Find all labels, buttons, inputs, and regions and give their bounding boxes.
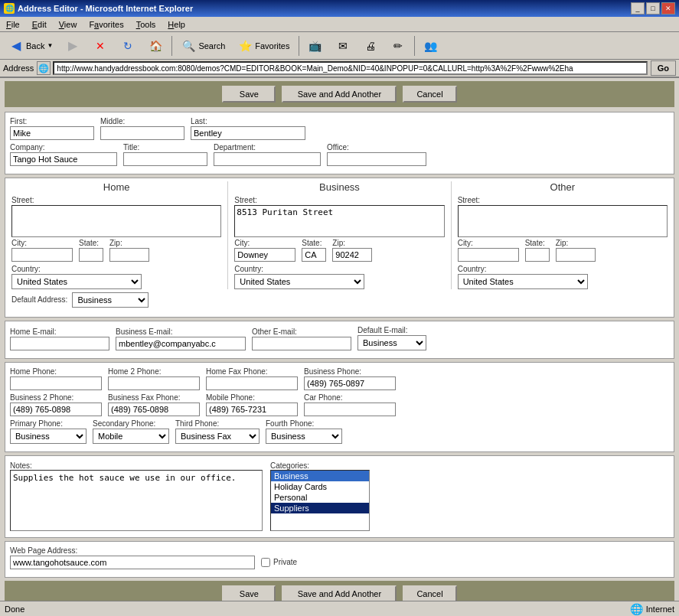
top-save-add-button[interactable]: Save and Add Another	[282, 86, 397, 103]
window-title: Address Editor - Microsoft Internet Expl…	[18, 4, 193, 13]
middle-name-input[interactable]	[100, 126, 184, 140]
other-street-group: Street:	[458, 196, 668, 237]
business-phone-label: Business Phone:	[304, 367, 396, 376]
category-item-business[interactable]: Business	[271, 471, 369, 481]
business-zip-input[interactable]	[332, 248, 372, 262]
other-city-input[interactable]	[458, 248, 519, 262]
third-phone-select[interactable]: Home Business Mobile Business Fax	[175, 429, 260, 444]
fourth-phone-select[interactable]: Home Business Mobile	[266, 429, 342, 444]
last-name-input[interactable]	[191, 126, 305, 140]
menu-favorites[interactable]: Favorites	[86, 19, 126, 30]
business-street-input[interactable]: 8513 Puritan Street	[234, 205, 444, 237]
menu-file[interactable]: File	[3, 19, 23, 30]
default-email-label: Default E-mail:	[357, 326, 426, 334]
mail-button[interactable]: ✉	[330, 34, 356, 57]
print-button[interactable]: 🖨	[357, 34, 384, 57]
private-label: Private	[273, 558, 297, 566]
primary-phone-select[interactable]: Home Business Mobile	[10, 429, 87, 444]
home-street-input[interactable]	[11, 205, 221, 237]
maximize-button[interactable]: □	[646, 2, 660, 15]
home-email-input[interactable]	[10, 337, 109, 350]
home-email-label: Home E-mail:	[10, 328, 109, 336]
default-email-select[interactable]: Home Business Other	[357, 335, 426, 350]
go-button[interactable]: Go	[651, 60, 676, 76]
address-label: Address	[3, 64, 34, 73]
home-street-group: Street:	[11, 196, 221, 237]
home-address-col: Home Street: City: State: Zip:	[5, 181, 228, 289]
home-city-input[interactable]	[11, 248, 73, 262]
notes-input[interactable]: Supplies the hot sauce we use in our off…	[10, 470, 263, 531]
home-phone-input[interactable]	[10, 376, 102, 390]
stop-button[interactable]: ✕	[87, 34, 113, 57]
home-country-select[interactable]: United States Canada United Kingdom	[11, 274, 142, 289]
company-input[interactable]	[10, 152, 117, 166]
office-group: Office:	[327, 143, 426, 166]
search-button[interactable]: 🔍 Search	[175, 34, 230, 57]
other-zip-label: Zip:	[556, 239, 596, 247]
home-state-input[interactable]	[79, 248, 103, 262]
menu-edit[interactable]: Edit	[29, 19, 50, 30]
business-state-input[interactable]	[302, 248, 326, 262]
first-name-group: First:	[10, 117, 94, 140]
top-save-button[interactable]: Save	[222, 86, 276, 103]
minimize-button[interactable]: _	[631, 2, 645, 15]
other-city-label: City:	[458, 239, 519, 247]
car-phone-input[interactable]	[304, 403, 396, 416]
home-fax-input[interactable]	[206, 376, 298, 390]
bottom-save-button[interactable]: Save	[222, 585, 276, 601]
menu-tools[interactable]: Tools	[133, 19, 159, 30]
forward-button[interactable]: ▶	[60, 34, 86, 57]
other-email-label: Other E-mail:	[252, 328, 351, 336]
title-input[interactable]	[123, 152, 207, 166]
business-country-label: Country:	[234, 265, 444, 273]
menu-help[interactable]: Help	[165, 19, 188, 30]
other-zip-input[interactable]	[556, 248, 596, 262]
business2-phone-input[interactable]	[10, 403, 102, 416]
category-item-suppliers[interactable]: Suppliers	[271, 503, 369, 513]
messenger-button[interactable]: 👥	[418, 34, 444, 57]
other-country-select[interactable]: United States Canada	[458, 274, 588, 289]
categories-group: Categories: Business Holiday Cards Perso…	[270, 461, 370, 533]
business2-phone-label: Business 2 Phone:	[10, 393, 102, 402]
private-checkbox[interactable]	[261, 558, 270, 567]
home-zip-group: Zip:	[109, 239, 149, 262]
business-email-input[interactable]	[116, 337, 246, 350]
last-label: Last:	[191, 117, 305, 125]
favorites-button[interactable]: ⭐ Favorites	[232, 34, 295, 57]
bottom-save-add-button[interactable]: Save and Add Another	[282, 585, 397, 601]
business-fax-input[interactable]	[108, 403, 200, 416]
business-country-select[interactable]: United States Canada	[234, 274, 364, 289]
menu-view[interactable]: View	[56, 19, 80, 30]
address-input[interactable]	[53, 61, 647, 75]
top-cancel-button[interactable]: Cancel	[403, 86, 456, 103]
business-phone-input[interactable]	[304, 376, 396, 390]
office-label: Office:	[327, 143, 426, 152]
close-button[interactable]: ✕	[661, 2, 675, 15]
webpage-input[interactable]	[10, 556, 255, 569]
refresh-button[interactable]: ↻	[115, 34, 141, 57]
other-state-input[interactable]	[525, 248, 550, 262]
edit-button[interactable]: ✏	[385, 34, 411, 57]
other-header: Other	[458, 181, 668, 193]
category-item-personal[interactable]: Personal	[271, 492, 369, 503]
history-button[interactable]: 📺	[302, 34, 328, 57]
business-fax-label: Business Fax Phone:	[108, 393, 200, 402]
secondary-phone-select[interactable]: Home Business Mobile	[93, 429, 169, 444]
mobile-phone-input[interactable]	[206, 403, 298, 416]
default-address-select[interactable]: Home Business Other	[72, 292, 149, 308]
department-input[interactable]	[214, 152, 321, 166]
business-city-input[interactable]	[234, 248, 295, 262]
first-name-input[interactable]	[10, 126, 94, 140]
other-email-input[interactable]	[252, 337, 351, 350]
bottom-cancel-button[interactable]: Cancel	[403, 585, 456, 601]
category-item-holiday[interactable]: Holiday Cards	[271, 481, 369, 492]
notes-categories-row: Notes: Supplies the hot sauce we use in …	[10, 461, 669, 533]
home-city-label: City:	[11, 239, 73, 247]
home-button[interactable]: 🏠	[142, 34, 168, 57]
office-input[interactable]	[327, 152, 426, 166]
home2-phone-input[interactable]	[108, 376, 200, 390]
phone-section: Home Phone: Home 2 Phone: Home Fax Phone…	[5, 362, 674, 452]
home-zip-input[interactable]	[109, 248, 149, 262]
back-button[interactable]: ◀ Back ▼	[3, 34, 58, 57]
other-street-input[interactable]	[458, 205, 668, 237]
